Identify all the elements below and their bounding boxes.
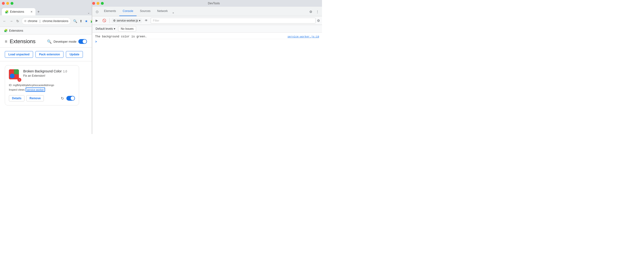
source-dropdown-arrow: ▾ xyxy=(139,19,140,22)
extensions-list: ⚠ Broken Background Color 1.0 Fix an Ext… xyxy=(0,61,92,109)
devtools-panel: DevTools ⮾ Elements Console Sources Netw… xyxy=(92,0,322,134)
tab-label: Extensions xyxy=(10,10,24,14)
reload-button[interactable]: ↻ xyxy=(15,18,20,24)
remove-button[interactable]: Remove xyxy=(26,95,44,101)
card-action-left: Details Remove xyxy=(9,95,44,101)
tab-favicon: 🧩 xyxy=(5,10,8,14)
console-message-line: The background color is green. service-w… xyxy=(95,35,319,39)
secure-icon: ⊙ xyxy=(24,20,26,23)
extension-name: Broken Background Color xyxy=(23,69,62,73)
update-button[interactable]: Update xyxy=(66,51,83,58)
extension-error-badge: ⚠ xyxy=(18,78,21,82)
clear-console-button[interactable]: 🚫 xyxy=(101,18,108,23)
dev-mode-label: Developer mode xyxy=(54,40,76,43)
eye-button[interactable]: 👁 xyxy=(143,18,149,23)
extension-enable-toggle[interactable] xyxy=(66,96,75,101)
console-prompt[interactable]: > xyxy=(95,39,319,45)
levels-dropdown-arrow: ▾ xyxy=(114,27,115,31)
console-source-link[interactable]: service-worker.js:19 xyxy=(288,35,319,38)
extension-logo-circle xyxy=(10,74,14,78)
toolbar-separator xyxy=(110,18,110,23)
devtools-settings-button[interactable]: ⚙ xyxy=(308,9,314,15)
browser-panel: 🧩 Extensions ✕ + ⌄ ← → ↻ ⊙ chrome | chro… xyxy=(0,0,92,134)
load-unpacked-button[interactable]: Load unpacked xyxy=(5,51,33,58)
cursor-tool-button[interactable]: ⮾ xyxy=(94,9,100,15)
details-button[interactable]: Details xyxy=(9,95,24,101)
traffic-light-green[interactable] xyxy=(10,2,14,5)
extension-logo: ⚠ xyxy=(9,69,20,81)
breadcrumb-label: Extensions xyxy=(9,29,23,32)
new-tab-button[interactable]: + xyxy=(36,9,42,15)
dt-traffic-light-yellow[interactable] xyxy=(96,2,100,5)
pack-extension-button[interactable]: Pack extension xyxy=(36,51,64,58)
devtools-tabs: ⮾ Elements Console Sources Network » ⚙ ⋮ xyxy=(92,7,322,16)
tab-sources[interactable]: Sources xyxy=(136,7,154,16)
console-message-text: The background color is green. xyxy=(95,35,147,38)
source-file-selector[interactable]: ⚙ service-worker.js ▾ xyxy=(112,18,142,23)
tab-network[interactable]: Network xyxy=(154,7,171,16)
breadcrumb: 🧩 Extensions xyxy=(0,27,92,35)
bookmark-icon[interactable]: ★ xyxy=(84,19,89,24)
devtools-menu-button[interactable]: ⋮ xyxy=(314,9,320,15)
share-icon[interactable]: ⬆ xyxy=(79,19,83,24)
action-buttons: Load unpacked Pack extension Update xyxy=(0,48,92,61)
card-action-right: ↻ xyxy=(61,96,75,101)
dt-traffic-light-green[interactable] xyxy=(101,2,104,5)
extension-version: 1.0 xyxy=(63,70,67,73)
extension-card: ⚠ Broken Background Color 1.0 Fix an Ext… xyxy=(5,65,79,106)
devtools-traffic-lights xyxy=(92,2,104,5)
console-toolbar: ▶ 🚫 ⚙ service-worker.js ▾ 👁 Filter ⚙ xyxy=(92,16,322,25)
browser-title-bar xyxy=(0,0,92,7)
zoom-icon[interactable]: 🔍 xyxy=(72,19,78,24)
url-bar[interactable]: ⊙ chrome | chrome://extensions xyxy=(22,18,71,25)
extensions-title-row: ≡ Extensions xyxy=(5,38,36,45)
devtools-title: DevTools xyxy=(208,2,220,5)
url-protocol: chrome xyxy=(28,20,38,23)
filter-placeholder: Filter xyxy=(153,19,159,22)
extension-name-row: Broken Background Color 1.0 xyxy=(23,69,75,73)
back-button[interactable]: ← xyxy=(2,18,7,24)
dt-traffic-light-red[interactable] xyxy=(92,2,95,5)
tab-bar: 🧩 Extensions ✕ + ⌄ xyxy=(0,7,92,15)
dev-mode-row: 🔍 Developer mode xyxy=(47,39,87,44)
extension-logo-bg xyxy=(9,69,19,79)
extension-info: Broken Background Color 1.0 Fix an Exten… xyxy=(23,69,75,81)
console-settings-button[interactable]: ⚙ xyxy=(317,19,320,23)
inspect-views-row: Inspect views service worker xyxy=(9,88,75,92)
forward-button[interactable]: → xyxy=(8,18,14,24)
console-output: The background color is green. service-w… xyxy=(92,33,322,134)
default-levels-dropdown[interactable]: Default levels ▾ xyxy=(94,26,117,31)
devtools-title-bar: DevTools xyxy=(92,0,322,7)
tab-console[interactable]: Console xyxy=(119,7,136,16)
tab-menu-button[interactable]: ⌄ xyxy=(88,11,90,14)
tab-elements[interactable]: Elements xyxy=(100,7,119,16)
traffic-light-yellow[interactable] xyxy=(6,2,9,5)
no-issues-badge[interactable]: No Issues xyxy=(118,26,136,31)
extension-description: Fix an Extension! xyxy=(23,74,75,77)
default-levels-label: Default levels xyxy=(96,27,113,31)
prompt-chevron-icon: > xyxy=(95,40,97,44)
reload-extension-button[interactable]: ↻ xyxy=(61,96,64,101)
console-levels-bar: Default levels ▾ No Issues xyxy=(92,25,322,33)
hamburger-menu-button[interactable]: ≡ xyxy=(5,39,8,44)
card-actions: Details Remove ↻ xyxy=(9,95,75,101)
card-top: ⚠ Broken Background Color 1.0 Fix an Ext… xyxy=(9,69,75,81)
extension-id: ID: mgfbhjnibhjdehcphiocaoiediidmngo xyxy=(9,84,75,87)
inspect-views-label: Inspect views xyxy=(9,88,25,91)
extensions-content: ≡ Extensions 🔍 Developer mode Load unpac… xyxy=(0,35,92,134)
developer-mode-toggle[interactable] xyxy=(78,39,87,44)
extensions-header: ≡ Extensions 🔍 Developer mode xyxy=(0,35,92,48)
traffic-light-red[interactable] xyxy=(2,2,5,5)
search-button[interactable]: 🔍 xyxy=(47,39,52,44)
extensions-tab[interactable]: 🧩 Extensions ✕ xyxy=(2,8,36,15)
source-gear-icon: ⚙ xyxy=(113,19,116,22)
url-path: | xyxy=(39,20,41,23)
run-script-button[interactable]: ▶ xyxy=(94,18,100,23)
console-filter-input[interactable]: Filter xyxy=(151,18,316,24)
url-full: chrome://extensions xyxy=(43,20,68,23)
tab-close-button[interactable]: ✕ xyxy=(30,10,32,14)
service-worker-link[interactable]: service worker xyxy=(26,88,45,92)
breadcrumb-icon: 🧩 xyxy=(4,29,8,32)
extensions-page-title: Extensions xyxy=(10,38,36,45)
more-tabs-button[interactable]: » xyxy=(171,9,176,16)
